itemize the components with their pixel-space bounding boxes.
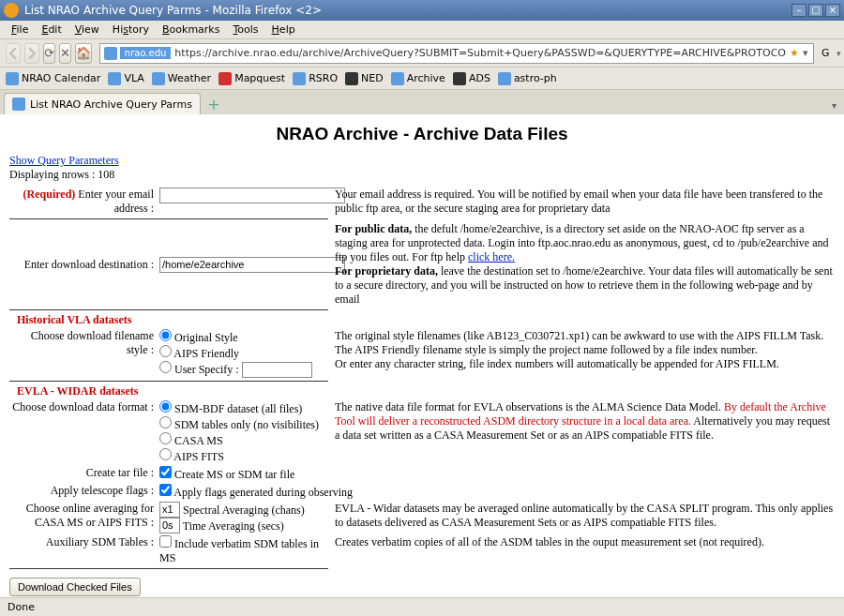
- format-label: Choose download data format :: [9, 400, 159, 414]
- tabs-dropdown-icon[interactable]: ▾: [828, 97, 840, 114]
- filename-style-label: Choose download filename style :: [9, 329, 159, 357]
- radio-aips-friendly[interactable]: [159, 345, 172, 357]
- tar-label: Create tar file :: [9, 466, 159, 480]
- radio-user-specify[interactable]: [159, 361, 172, 373]
- destination-field[interactable]: [159, 257, 345, 273]
- dest-label: Enter download destination :: [9, 258, 159, 272]
- url-text[interactable]: https://archive.nrao.edu/archive/Archive…: [171, 47, 790, 59]
- filename-desc: The original style filenames (like AB123…: [324, 329, 835, 371]
- evla-header: EVLA - WIDAR datasets: [9, 384, 159, 398]
- bookmark-mapquest[interactable]: Mapquest: [219, 72, 285, 85]
- menu-bookmarks[interactable]: Bookmarks: [157, 22, 225, 38]
- reload-button[interactable]: ⟳: [43, 43, 55, 64]
- format-desc: The native data file format for EVLA obs…: [324, 400, 835, 443]
- site-icon: [104, 47, 117, 60]
- radio-original-style[interactable]: [159, 329, 172, 341]
- menu-help[interactable]: Help: [266, 22, 301, 38]
- menu-file[interactable]: File: [6, 22, 34, 38]
- search-engine-icon[interactable]: G: [821, 47, 835, 60]
- window-titlebar: List NRAO Archive Query Parms - Mozilla …: [0, 0, 844, 21]
- aux-label: Auxiliary SDM Tables :: [9, 535, 159, 549]
- minimize-button[interactable]: –: [791, 4, 806, 17]
- firefox-icon: [4, 3, 19, 18]
- tab-favicon: [12, 98, 25, 111]
- averaging-label: Choose online averaging for CASA MS or A…: [9, 502, 159, 530]
- window-title: List NRAO Archive Query Parms - Mozilla …: [24, 4, 791, 17]
- bookmark-rsro[interactable]: RSRO: [293, 72, 338, 85]
- nrows-text: Displaying nrows : 108: [9, 168, 835, 182]
- menu-edit[interactable]: Edit: [36, 22, 67, 38]
- search-dropdown-icon[interactable]: ▾: [836, 49, 841, 58]
- ftp-help-link[interactable]: click here.: [468, 250, 515, 263]
- checkbox-verbatim-sdm[interactable]: [159, 535, 172, 548]
- flags-label: Apply telescope flags :: [9, 484, 159, 498]
- tab-active[interactable]: List NRAO Archive Query Parms: [4, 93, 201, 114]
- menu-history[interactable]: History: [107, 22, 155, 38]
- back-button[interactable]: [6, 43, 21, 64]
- bookmarks-toolbar: NRAO Calendar VLA Weather Mapquest RSRO …: [0, 68, 844, 90]
- email-description: Your email address is required. You will…: [324, 188, 835, 216]
- home-button[interactable]: 🏠: [75, 43, 92, 64]
- menu-bar: File Edit View History Bookmarks Tools H…: [0, 21, 844, 39]
- bookmark-astro-ph[interactable]: astro-ph: [498, 72, 557, 85]
- user-specify-field[interactable]: [242, 362, 312, 378]
- spectral-avg-field[interactable]: [159, 502, 180, 518]
- stop-button[interactable]: ✕: [59, 43, 71, 64]
- checkbox-apply-flags[interactable]: [159, 484, 172, 496]
- historical-header: Historical VLA datasets: [9, 313, 159, 327]
- status-bar: Done: [0, 597, 844, 616]
- email-field[interactable]: [159, 188, 345, 203]
- radio-sdm-bdf[interactable]: [159, 400, 172, 413]
- url-bar[interactable]: nrao.edu https://archive.nrao.edu/archiv…: [99, 43, 814, 64]
- bookmark-vla[interactable]: VLA: [108, 72, 143, 85]
- close-button[interactable]: ×: [825, 4, 840, 17]
- bookmark-ned[interactable]: NED: [345, 72, 384, 85]
- navigation-toolbar: ⟳ ✕ 🏠 nrao.edu https://archive.nrao.edu/…: [0, 39, 844, 68]
- bookmark-star-icon[interactable]: ★: [790, 47, 799, 59]
- averaging-desc: EVLA - Widar datasets may be averaged on…: [324, 502, 835, 530]
- page-title: NRAO Archive - Archive Data Files: [9, 124, 835, 144]
- radio-aips-fits[interactable]: [159, 448, 172, 460]
- download-checked-button[interactable]: Download Checked Files: [9, 578, 141, 596]
- status-text: Done: [8, 601, 35, 613]
- menu-tools[interactable]: Tools: [227, 22, 264, 38]
- menu-view[interactable]: View: [69, 22, 105, 38]
- show-query-link[interactable]: Show Query Parameters: [9, 154, 119, 167]
- radio-sdm-tables[interactable]: [159, 416, 172, 428]
- aux-desc: Creates verbatim copies of all of the AS…: [324, 535, 835, 549]
- maximize-button[interactable]: ▢: [808, 4, 823, 17]
- radio-casa-ms[interactable]: [159, 432, 172, 444]
- tab-label: List NRAO Archive Query Parms: [30, 98, 192, 111]
- tab-strip: List NRAO Archive Query Parms + ▾: [0, 90, 844, 114]
- bookmark-weather[interactable]: Weather: [152, 72, 211, 85]
- url-dropdown-icon[interactable]: ▾: [799, 47, 812, 59]
- new-tab-button[interactable]: +: [204, 96, 223, 114]
- time-avg-field[interactable]: [159, 518, 180, 533]
- page-content: NRAO Archive - Archive Data Files Show Q…: [0, 114, 844, 597]
- bookmark-ads[interactable]: ADS: [453, 72, 490, 85]
- bookmark-archive[interactable]: Archive: [391, 72, 445, 85]
- required-label: (Required): [23, 188, 76, 201]
- bookmark-nrao-calendar[interactable]: NRAO Calendar: [6, 72, 100, 85]
- forward-button[interactable]: [24, 43, 39, 64]
- url-identity-badge: nrao.edu: [120, 47, 172, 59]
- checkbox-create-tar[interactable]: [159, 466, 172, 478]
